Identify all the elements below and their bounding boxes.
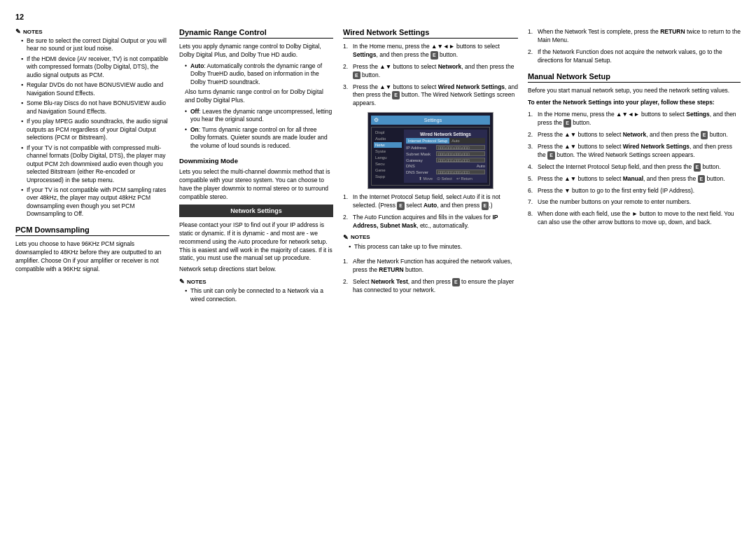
- notes2-section: ✎ NOTES This unit can only be connected …: [179, 278, 333, 303]
- step-7: Select Network Test, and then press E to…: [343, 278, 518, 295]
- list-item: Regular DVDs do not have BONUSVIEW audio…: [21, 81, 169, 97]
- network-text: Please contact your ISP to find out if y…: [179, 221, 333, 263]
- menu-item-displ: Displ: [374, 130, 402, 135]
- pcm-section: PCM Downsampling Lets you choose to have…: [15, 226, 169, 274]
- step-4-text: In the Internet Protocol Setup field, se…: [353, 193, 518, 210]
- screen-field-ip: □□□.□□□.□□□.□□□: [436, 145, 485, 150]
- auto-label: Auto: [190, 62, 204, 69]
- also-text: Also turns dynamic range control on for …: [185, 88, 333, 105]
- manual-step-5: Press the ▲▼ buttons to select Manual, a…: [528, 175, 741, 184]
- step-9-text: If the Network Function does not acquire…: [538, 48, 741, 65]
- step-4: In the Internet Protocol Setup field, se…: [343, 193, 518, 210]
- nav-select: ⊙ Select: [437, 176, 452, 181]
- pcm-text: Lets you choose to have 96KHz PCM signal…: [15, 240, 169, 274]
- manual-step-2: Press the ▲▼ buttons to select Network, …: [528, 131, 741, 139]
- col2: Dynamic Range Control Lets you apply dyn…: [179, 28, 333, 310]
- page-number: 12: [15, 13, 741, 21]
- col3: Wired Network Settings In the Home menu,…: [343, 28, 518, 310]
- manual-intro: Before you start manual network setup, y…: [528, 87, 741, 95]
- screen-label-gateway: Gateway: [406, 158, 423, 162]
- step-7-text: Select Network Test, and then press E to…: [353, 278, 518, 295]
- notes-header: ✎ NOTES: [15, 28, 169, 35]
- notes2-header: ✎ NOTES: [179, 278, 333, 285]
- list-item: Some Blu-ray Discs do not have BONUSVIEW…: [21, 99, 169, 116]
- step-1: In the Home menu, press the ▲▼◄► buttons…: [343, 43, 518, 60]
- screen-label-dns-server: DNS Server: [406, 170, 428, 174]
- on-text: : Turns dynamic range control on for all…: [190, 126, 328, 149]
- network-directions: Network setup directions start below.: [179, 265, 333, 274]
- wired-title: Wired Network Settings: [343, 28, 518, 39]
- manual-step-3: Press the ▲▼ buttons to select Wired Net…: [528, 143, 741, 160]
- list-item-on: On: Turns dynamic range control on for a…: [185, 126, 333, 150]
- notes2-label: NOTES: [187, 279, 206, 285]
- menu-item-netw: Netw: [374, 142, 402, 148]
- manual-step-7-text: Use the number buttons on your remote to…: [538, 198, 691, 207]
- dynamic-range-list: Auto: Automatically controls the dynamic…: [179, 62, 333, 86]
- screen-tab-auto: Auto: [449, 138, 461, 144]
- wired-steps: In the Home menu, press the ▲▼◄► buttons…: [343, 43, 518, 108]
- screen-dns-auto: Auto: [477, 164, 485, 168]
- screen-field-dns-server: □□□.□□□.□□□.□□□: [436, 169, 485, 174]
- list-item: Be sure to select the correct Digital Ou…: [21, 37, 169, 53]
- nav-return: ↩ Return: [456, 176, 472, 181]
- wired-screen: ⚙ Settings Displ Audio Netw Syste Langu …: [368, 112, 493, 189]
- screen-inner: Displ Audio Netw Syste Langu Secu Gene S…: [371, 127, 490, 186]
- list-item: If you play MPEG audio soundtracks, the …: [21, 118, 169, 141]
- nav-move: ⬆ Move: [419, 176, 433, 181]
- menu-item-audio: Audio: [374, 136, 402, 141]
- wired-steps3: After the Network Function has acquired …: [343, 258, 518, 295]
- notes3-icon: ✎: [343, 234, 349, 241]
- menu-item-supp: Supp: [374, 174, 402, 179]
- step-3: Press the ▲▼ buttons to select Wired Net…: [343, 83, 518, 109]
- manual-step-4-text: Select the Internet Protocol Setup field…: [538, 163, 721, 172]
- notes3-section: ✎ NOTES This process can take up to five…: [343, 234, 518, 251]
- notes3-header: ✎ NOTES: [343, 234, 518, 241]
- screen-field-subnet: □□□.□□□.□□□.□□□: [436, 151, 485, 156]
- manual-step-7: Use the number buttons on your remote to…: [528, 198, 741, 207]
- step-8-text: When the Network Test is complete, press…: [538, 28, 741, 45]
- screen-field-row-1: IP Address □□□.□□□.□□□.□□□: [406, 145, 485, 150]
- list-item: If the HDMI device (AV receiver, TV) is …: [21, 55, 169, 79]
- columns: ✎ NOTES Be sure to select the correct Di…: [15, 28, 741, 310]
- step-5: The Auto Function acquires and fills in …: [343, 214, 518, 230]
- col2-notes-list: This unit can only be connected to a Net…: [179, 287, 333, 303]
- screen-tab-bar: Internet Protocol Setup Auto: [406, 138, 485, 144]
- on-label: On: [190, 126, 199, 133]
- settings-gear-icon: ⚙: [374, 117, 379, 123]
- manual-step-8: When done with each field, use the ► but…: [528, 210, 741, 227]
- auto-text: : Automatically controls the dynamic ran…: [190, 62, 322, 85]
- list-item-auto: Auto: Automatically controls the dynamic…: [185, 62, 333, 86]
- list-item-off: Off: Leaves the dynamic range uncompress…: [185, 108, 333, 124]
- off-text: : Leaves the dynamic range uncompressed,…: [190, 108, 332, 123]
- col1: ✎ NOTES Be sure to select the correct Di…: [15, 28, 169, 310]
- screen-field-row-2: Subnet Mask □□□.□□□.□□□.□□□: [406, 151, 485, 156]
- manual-steps: In the Home menu, press the ▲▼◄► buttons…: [528, 111, 741, 227]
- screen-label-subnet: Subnet Mask: [406, 152, 430, 156]
- screen-field-row-dns2: DNS Server □□□.□□□.□□□.□□□: [406, 169, 485, 174]
- step-6: After the Network Function has acquired …: [343, 258, 518, 275]
- to-enter-bold: To enter the Network Settings into your …: [528, 99, 741, 107]
- manual-step-3-text: Press the ▲▼ buttons to select Wired Net…: [538, 143, 741, 160]
- screen-label-ip: IP Address: [406, 146, 426, 150]
- notes3-label: NOTES: [351, 234, 370, 240]
- dynamic-range-text: Lets you apply dynamic range control to …: [179, 43, 333, 60]
- notes-section: ✎ NOTES Be sure to select the correct Di…: [15, 28, 169, 219]
- dynamic-range-list2: Off: Leaves the dynamic range uncompress…: [179, 108, 333, 150]
- step-6-text: After the Network Function has acquired …: [353, 258, 518, 275]
- manual-step-6-text: Press the ▼ button to go to the first en…: [538, 187, 694, 195]
- off-label: Off: [190, 108, 199, 115]
- screen-menu: Displ Audio Netw Syste Langu Secu Gene S…: [374, 130, 402, 183]
- col4-steps: When the Network Test is complete, press…: [528, 28, 741, 65]
- step-2: Press the ▲▼ buttons to select Network, …: [343, 63, 518, 80]
- screen-field-row-dns: DNS Auto: [406, 164, 485, 168]
- manual-step-5-text: Press the ▲▼ buttons to select Manual, a…: [538, 175, 725, 184]
- manual-step-8-text: When done with each field, use the ► but…: [538, 210, 741, 227]
- downmixing-text: Lets you select the multi-channel downmi…: [179, 168, 333, 202]
- screen-tab-setup: Internet Protocol Setup: [406, 138, 449, 144]
- screen-field-row-3: Gateway □□□.□□□.□□□.□□□: [406, 158, 485, 162]
- col3-notes-list: This process can take up to five minutes…: [343, 243, 518, 251]
- list-item: If your TV is not compatible with PCM sa…: [21, 186, 169, 219]
- screen-label-dns: DNS: [406, 164, 415, 168]
- downmixing-title: Downmixing Mode: [179, 157, 333, 165]
- col1-notes-list: Be sure to select the correct Digital Ou…: [15, 37, 169, 219]
